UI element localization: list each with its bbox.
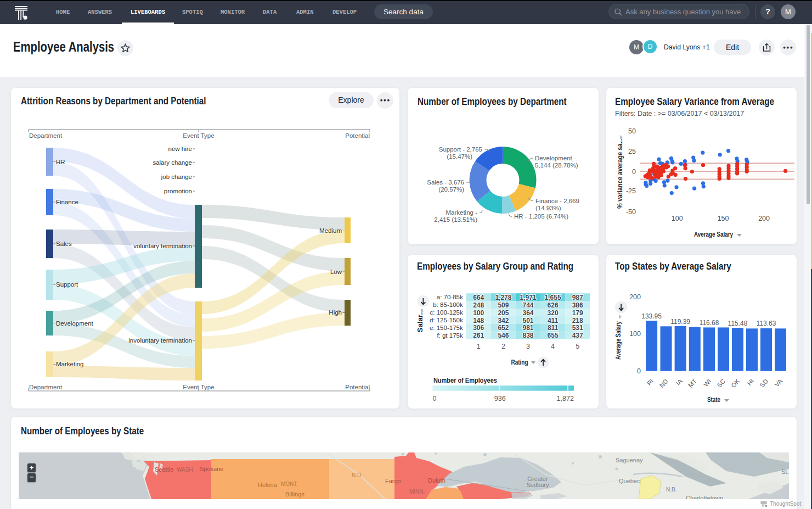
svg-text:113.63: 113.63 xyxy=(757,320,776,327)
svg-text:IA: IA xyxy=(675,378,684,387)
svg-text:VA: VA xyxy=(774,378,784,388)
svg-text:Support - 2,765: Support - 2,765 xyxy=(439,146,482,153)
svg-text:Event Type: Event Type xyxy=(183,384,214,390)
svg-text:1,971: 1,971 xyxy=(520,294,536,301)
svg-text:High: High xyxy=(329,309,342,316)
svg-text:Number of Employees: Number of Employees xyxy=(433,376,497,384)
svg-text:838: 838 xyxy=(522,332,533,339)
svg-text:1: 1 xyxy=(477,343,481,350)
svg-text:N.D.: N.D. xyxy=(352,472,363,478)
svg-text:Billings: Billings xyxy=(285,491,304,497)
svg-text:Rating: Rating xyxy=(511,358,528,366)
svg-text:Finance - 2,669: Finance - 2,669 xyxy=(535,198,579,204)
svg-text:987: 987 xyxy=(572,294,583,301)
svg-text:SC: SC xyxy=(716,378,727,389)
svg-text:509: 509 xyxy=(498,301,509,309)
svg-text:voluntary termination: voluntary termination xyxy=(133,243,192,249)
svg-text:218: 218 xyxy=(572,317,583,325)
svg-text:50: 50 xyxy=(628,127,636,135)
svg-text:306: 306 xyxy=(473,324,484,332)
svg-text:437: 437 xyxy=(572,332,583,339)
svg-text:SD: SD xyxy=(759,378,770,389)
svg-text:Development -: Development - xyxy=(535,155,576,161)
svg-text:Low: Low xyxy=(330,269,342,275)
svg-text:100: 100 xyxy=(672,215,683,222)
svg-text:119.39: 119.39 xyxy=(670,318,690,326)
svg-text:a: 70-85k: a: 70-85k xyxy=(437,294,463,300)
svg-text:626: 626 xyxy=(548,301,559,309)
svg-text:Spokane: Spokane xyxy=(200,466,223,472)
svg-text:0: 0 xyxy=(632,168,636,176)
svg-text:(20.57%): (20.57%) xyxy=(438,186,464,193)
svg-text:Department: Department xyxy=(29,132,63,139)
svg-text:200: 200 xyxy=(629,293,641,301)
svg-text:386: 386 xyxy=(572,301,583,309)
svg-text:RI: RI xyxy=(646,378,655,387)
svg-text:2,415 (13.51%): 2,415 (13.51%) xyxy=(434,216,477,223)
svg-text:Finance: Finance xyxy=(56,199,78,205)
svg-text:Saguenay: Saguenay xyxy=(616,457,643,463)
svg-text:involuntary termination: involuntary termination xyxy=(128,337,192,344)
svg-text:320: 320 xyxy=(548,309,559,317)
svg-text:3: 3 xyxy=(526,343,530,350)
svg-text:b: 85-100k: b: 85-100k xyxy=(433,301,463,308)
svg-text:MT: MT xyxy=(687,378,698,389)
svg-text:Marketing: Marketing xyxy=(56,361,84,367)
svg-text:(14.93%): (14.93%) xyxy=(535,205,561,211)
svg-text:Quebec: Quebec xyxy=(619,478,640,484)
svg-text:5: 5 xyxy=(576,343,579,350)
svg-text:Average Salary: Average Salary xyxy=(694,230,734,238)
svg-text:Duluth: Duluth xyxy=(428,477,446,484)
svg-text:promotion: promotion xyxy=(164,188,192,194)
svg-text:148: 148 xyxy=(473,317,484,325)
svg-text:652: 652 xyxy=(498,324,509,332)
svg-text:e: 150-175k: e: 150-175k xyxy=(430,325,463,331)
svg-text:546: 546 xyxy=(498,332,509,339)
svg-text:5,144 (28.78%): 5,144 (28.78%) xyxy=(535,162,578,169)
svg-text:OK: OK xyxy=(730,378,741,389)
svg-text:Average Salary: Average Salary xyxy=(614,321,622,360)
svg-text:1,278: 1,278 xyxy=(495,294,511,301)
svg-text:0: 0 xyxy=(637,367,641,375)
svg-text:205: 205 xyxy=(498,309,509,317)
svg-text:ND: ND xyxy=(658,378,669,389)
svg-text:411: 411 xyxy=(548,317,559,325)
svg-text:Department: Department xyxy=(29,384,63,390)
svg-text:St.: St. xyxy=(781,468,788,475)
svg-text:Medium: Medium xyxy=(319,227,342,234)
svg-text:Sales - 3,676: Sales - 3,676 xyxy=(427,179,464,186)
svg-text:936: 936 xyxy=(494,395,506,402)
svg-text:HR - 1,205 (6.74%): HR - 1,205 (6.74%) xyxy=(514,213,568,220)
svg-text:133.95: 133.95 xyxy=(641,312,662,320)
svg-text:Fargo: Fargo xyxy=(385,478,401,484)
svg-text:HR: HR xyxy=(56,159,65,165)
svg-text:2: 2 xyxy=(501,343,505,350)
svg-text:664: 664 xyxy=(473,294,484,301)
svg-text:MINN.: MINN. xyxy=(409,489,425,495)
svg-text:c: 100-125k: c: 100-125k xyxy=(430,309,463,316)
svg-text:Salar...: Salar... xyxy=(416,309,424,333)
svg-text:Seattle: Seattle xyxy=(155,466,173,473)
svg-text:25: 25 xyxy=(628,148,636,155)
svg-text:-25: -25 xyxy=(626,187,636,195)
svg-text:115.48: 115.48 xyxy=(728,320,748,327)
svg-text:Support: Support xyxy=(56,281,78,288)
svg-text:State: State xyxy=(707,395,720,404)
svg-text:501: 501 xyxy=(522,317,533,325)
svg-text:Potential: Potential xyxy=(345,384,370,390)
svg-text:Sales: Sales xyxy=(56,240,72,247)
svg-text:Event Type: Event Type xyxy=(183,132,214,139)
svg-text:1,655: 1,655 xyxy=(545,294,561,301)
svg-text:-50: -50 xyxy=(626,208,636,216)
svg-text:1,872: 1,872 xyxy=(557,395,574,402)
svg-text:342: 342 xyxy=(498,317,509,325)
svg-text:d: 125-150k: d: 125-150k xyxy=(430,317,463,323)
svg-text:Helena: Helena xyxy=(258,482,278,488)
svg-text:200: 200 xyxy=(758,215,770,222)
svg-text:(15.47%): (15.47%) xyxy=(447,153,472,160)
svg-text:4: 4 xyxy=(551,343,555,350)
svg-text:248: 248 xyxy=(473,301,484,309)
svg-text:981: 981 xyxy=(522,324,533,332)
svg-text:f: gt 175k: f: gt 175k xyxy=(437,332,463,339)
svg-text:179: 179 xyxy=(572,309,583,317)
